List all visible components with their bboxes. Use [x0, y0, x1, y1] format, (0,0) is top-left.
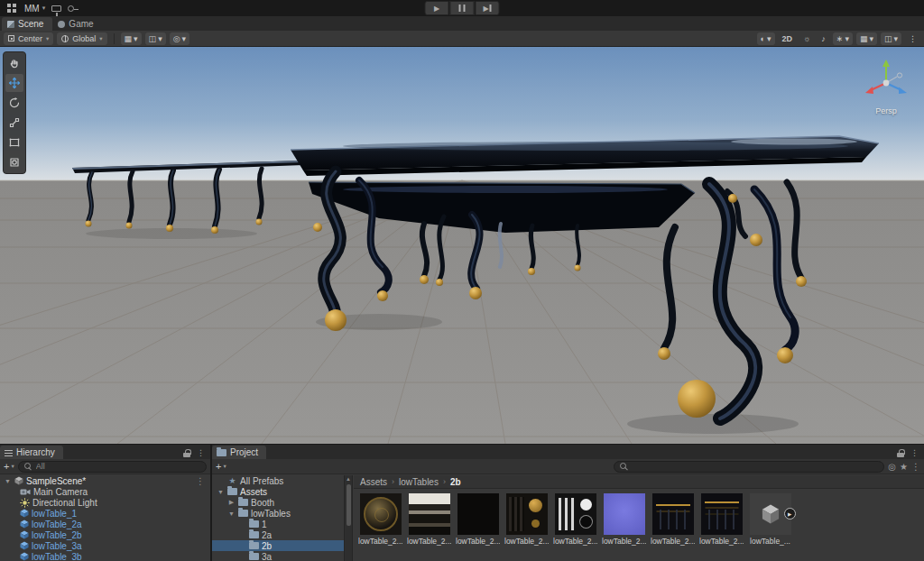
folder-assets[interactable]: ▼ Assets — [212, 486, 352, 497]
transform-tool-button[interactable] — [5, 153, 23, 171]
project-add-button[interactable]: + ▾ — [216, 461, 226, 472]
overlays-dropdown[interactable]: ▦▾ — [856, 32, 877, 45]
asset-label: lowTable_2... — [699, 537, 744, 546]
axis-gizmo-icon — [859, 54, 913, 108]
project-tab[interactable]: Project — [212, 446, 266, 459]
folder-2b[interactable]: 2b — [212, 540, 352, 551]
draw-mode-dropdown[interactable]: ◐▾ — [757, 32, 775, 45]
account-menu[interactable]: MM ▾ — [24, 4, 45, 14]
asset-item-texture[interactable]: lowTable_2... — [407, 493, 451, 546]
folder-booth[interactable]: ▶ Booth — [212, 497, 352, 508]
step-button[interactable]: ▶ — [476, 1, 500, 15]
services-icon[interactable] — [68, 5, 74, 12]
hierarchy-item-lowtable-1[interactable]: lowTable_1 — [0, 508, 210, 519]
hierarchy-search-input[interactable] — [36, 462, 200, 471]
breadcrumb-assets[interactable]: Assets — [360, 477, 387, 487]
move-tool-button[interactable] — [5, 74, 23, 92]
asset-item-texture[interactable]: lowTable_2... — [456, 493, 500, 546]
asset-item-normal-map[interactable]: lowTable_2... — [602, 493, 646, 546]
account-label: MM — [24, 4, 40, 14]
2d-toggle[interactable]: 2D — [779, 32, 797, 45]
audio-toggle[interactable]: ♪ — [818, 32, 829, 45]
hierarchy-search[interactable] — [18, 461, 207, 473]
menu-dots-icon: ⋮ — [909, 34, 917, 43]
asset-item-render[interactable]: lowTable_2... — [699, 493, 744, 546]
play-button[interactable]: ▶ — [425, 1, 449, 15]
folder-3a[interactable]: 3a — [212, 551, 352, 561]
tab-game[interactable]: Game — [52, 17, 102, 31]
orientation-label: Global — [72, 34, 96, 43]
folder-icon — [238, 510, 248, 517]
transform-icon — [8, 156, 21, 169]
rect-tool-button[interactable] — [5, 133, 23, 152]
draw-mode-icon: ◐ — [761, 34, 765, 43]
collapse-arrow-icon[interactable]: ▼ — [227, 510, 236, 517]
menu-dots-icon[interactable]: ⋮ — [197, 448, 205, 457]
folder-1[interactable]: 1 — [212, 519, 352, 529]
hand-tool-button[interactable] — [5, 54, 23, 72]
asset-item-render[interactable]: lowTable_2... — [651, 493, 695, 546]
expand-arrow-icon[interactable]: ▶ — [227, 499, 236, 506]
paint-tool-icon[interactable] — [51, 5, 61, 12]
increment-snap-dropdown[interactable]: ◎▾ — [170, 32, 189, 45]
lighting-toggle[interactable]: ☼ — [799, 32, 814, 45]
scrollbar-thumb[interactable] — [346, 484, 351, 526]
pivot-dropdown[interactable]: Center ▾ — [4, 32, 53, 45]
lock-icon[interactable] — [897, 449, 904, 457]
table-left — [72, 161, 303, 234]
lock-icon[interactable] — [183, 449, 190, 457]
menu-dots-icon[interactable]: ⋮ — [911, 462, 920, 472]
hierarchy-tab[interactable]: Hierarchy — [0, 446, 63, 459]
hierarchy-item-lowtable-3a[interactable]: lowTable_3a — [0, 540, 210, 551]
menu-dots-icon[interactable]: ⋮ — [910, 448, 919, 457]
tab-scene[interactable]: Scene — [2, 17, 52, 31]
asset-item-model[interactable]: ▶ lowTable_... — [748, 493, 792, 546]
grid-visibility-dropdown[interactable]: ▦▾ — [121, 32, 142, 45]
effects-dropdown[interactable]: ∗▾ — [833, 32, 853, 45]
apps-grid-icon[interactable] — [7, 4, 11, 7]
asset-item-texture[interactable]: lowTable_2... — [504, 493, 549, 546]
hierarchy-scene-row[interactable]: ▼ SampleScene* ⋮ — [0, 475, 210, 486]
asset-item-texture[interactable]: lowTable_2... — [553, 493, 597, 546]
scroll-up-icon[interactable]: ▲ — [346, 476, 351, 482]
hierarchy-item-lowtable-2b[interactable]: lowTable_2b — [0, 529, 210, 540]
folder-2a[interactable]: 2a — [212, 529, 352, 540]
menu-dots-icon[interactable]: ⋮ — [196, 476, 210, 486]
collapse-arrow-icon[interactable]: ▼ — [4, 478, 12, 484]
collapse-arrow-icon[interactable]: ▼ — [217, 489, 225, 495]
scale-tool-button[interactable] — [5, 114, 23, 132]
asset-item-material[interactable]: lowTable_2... — [358, 493, 402, 546]
pause-button[interactable] — [450, 1, 475, 15]
scene-viewport[interactable]: Persp — [0, 47, 924, 444]
folder-icon — [217, 449, 226, 456]
hierarchy-item-lowtable-2a[interactable]: lowTable_2a — [0, 519, 210, 529]
orientation-dropdown[interactable]: Global ▾ — [57, 32, 106, 45]
hierarchy-add-button[interactable]: + ▾ — [4, 461, 14, 472]
breadcrumb-lowtables[interactable]: lowTables — [399, 477, 439, 487]
chevron-down-icon: ▾ — [46, 35, 49, 42]
folder-lowtables[interactable]: ▼ lowTables — [212, 508, 352, 519]
folder-all-prefabs[interactable]: ★ All Prefabs — [212, 475, 352, 486]
folder-scrollbar[interactable]: ▲ — [344, 475, 352, 561]
gizmos-dropdown[interactable]: ◫▾ — [881, 32, 901, 45]
hierarchy-item-directional-light[interactable]: Directional Light — [0, 497, 210, 508]
asset-thumbnail-normal-map — [604, 493, 645, 535]
asset-label: lowTable_2... — [407, 537, 451, 546]
scene-name-label: SampleScene* — [26, 476, 86, 486]
search-scope-icon[interactable]: ◎ — [888, 462, 896, 472]
orientation-gizmo[interactable]: Persp — [859, 54, 913, 121]
prefab-cube-icon — [20, 520, 29, 529]
snap-settings-dropdown[interactable]: ◫▾ — [145, 32, 166, 45]
rotate-tool-button[interactable] — [5, 94, 23, 112]
scene-menu-button[interactable]: ⋮ — [905, 32, 920, 45]
hierarchy-item-main-camera[interactable]: Main Camera — [0, 486, 210, 497]
project-search-input[interactable] — [632, 462, 878, 471]
asset-thumbnail-texture-bars — [555, 493, 596, 535]
project-search[interactable] — [614, 461, 884, 473]
favorites-icon[interactable]: ★ — [900, 462, 908, 472]
asset-label: lowTable_2... — [651, 537, 695, 546]
pivot-label: Center — [18, 34, 42, 43]
hierarchy-item-label: lowTable_1 — [32, 509, 77, 519]
hierarchy-item-lowtable-3b[interactable]: lowTable_3b — [0, 551, 210, 561]
preview-play-button[interactable]: ▶ — [784, 508, 796, 520]
